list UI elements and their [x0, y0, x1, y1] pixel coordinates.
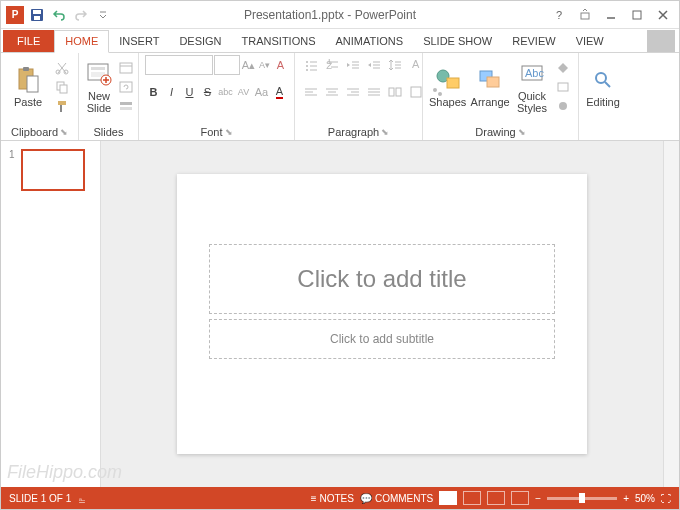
tab-insert[interactable]: INSERT [109, 31, 169, 52]
tab-view[interactable]: VIEW [566, 31, 614, 52]
columns-button[interactable] [385, 82, 405, 102]
close-button[interactable] [651, 5, 675, 25]
qat-dropdown[interactable] [93, 5, 113, 25]
normal-view-button[interactable] [439, 491, 457, 505]
shapes-button[interactable]: Shapes [429, 55, 466, 119]
fit-to-window-button[interactable]: ⛶ [661, 493, 671, 504]
svg-rect-7 [23, 67, 29, 71]
italic-button[interactable]: I [163, 82, 180, 102]
shapes-icon [434, 66, 462, 94]
increase-indent-button[interactable] [364, 55, 384, 75]
justify-button[interactable] [364, 82, 384, 102]
tab-home[interactable]: HOME [54, 30, 109, 53]
tab-animations[interactable]: ANIMATIONS [326, 31, 414, 52]
font-launcher[interactable]: ⬊ [225, 127, 233, 137]
tab-transitions[interactable]: TRANSITIONS [232, 31, 326, 52]
app-icon[interactable]: P [5, 5, 25, 25]
thumbnail-number: 1 [9, 149, 15, 160]
ribbon-options[interactable] [573, 5, 597, 25]
tab-review[interactable]: REVIEW [502, 31, 565, 52]
undo-button[interactable] [49, 5, 69, 25]
font-group-label: Font [200, 126, 222, 138]
svg-rect-65 [522, 66, 542, 80]
comments-button[interactable]: 💬COMMENTS [360, 493, 433, 504]
svg-rect-57 [396, 88, 401, 96]
font-size-select[interactable] [214, 55, 240, 75]
line-spacing-button[interactable] [385, 55, 405, 75]
help-button[interactable]: ? [547, 5, 571, 25]
vertical-scrollbar[interactable] [663, 141, 679, 487]
slide-thumbnail-1[interactable] [21, 149, 85, 191]
align-left-button[interactable] [301, 82, 321, 102]
strikethrough-button[interactable]: S [199, 82, 216, 102]
tab-slideshow[interactable]: SLIDE SHOW [413, 31, 502, 52]
bold-button[interactable]: B [145, 82, 162, 102]
shape-outline-button[interactable] [554, 78, 572, 96]
zoom-out-button[interactable]: − [535, 493, 541, 504]
arrange-button[interactable]: Arrange [470, 55, 510, 119]
svg-text:A: A [412, 59, 420, 70]
subtitle-placeholder[interactable]: Click to add subtitle [209, 319, 555, 359]
minimize-button[interactable] [599, 5, 623, 25]
format-painter-button[interactable] [53, 97, 71, 115]
svg-point-28 [306, 69, 308, 71]
font-family-select[interactable] [145, 55, 213, 75]
title-placeholder[interactable]: Click to add title [209, 244, 555, 314]
tab-design[interactable]: DESIGN [169, 31, 231, 52]
zoom-in-button[interactable]: + [623, 493, 629, 504]
maximize-button[interactable] [625, 5, 649, 25]
slide[interactable]: Click to add title Click to add subtitle [177, 174, 587, 454]
editing-button[interactable]: Editing [585, 55, 621, 119]
quick-styles-icon: Abc [518, 60, 546, 88]
underline-button[interactable]: U [181, 82, 198, 102]
tab-file[interactable]: FILE [3, 30, 54, 52]
svg-rect-0 [31, 9, 43, 21]
shape-effects-button[interactable] [554, 97, 572, 115]
svg-point-10 [64, 70, 68, 74]
svg-text:Abc: Abc [525, 67, 544, 79]
decrease-font-button[interactable]: A▾ [257, 55, 272, 75]
quick-styles-button[interactable]: Abc Quick Styles [514, 55, 550, 119]
copy-button[interactable] [53, 78, 71, 96]
reset-slide-button[interactable] [117, 78, 135, 96]
zoom-level[interactable]: 50% [635, 493, 655, 504]
drawing-launcher[interactable]: ⬊ [518, 127, 526, 137]
zoom-slider[interactable] [547, 497, 617, 500]
paste-button[interactable]: Paste [7, 55, 49, 119]
char-spacing-button[interactable]: AV [235, 82, 252, 102]
decrease-indent-button[interactable] [343, 55, 363, 75]
cut-button[interactable] [53, 59, 71, 77]
shadow-button[interactable]: abc [217, 82, 234, 102]
font-color-button[interactable]: A [271, 82, 288, 102]
slideshow-view-button[interactable] [511, 491, 529, 505]
language-status[interactable]: ⎁ [79, 493, 85, 504]
svg-rect-5 [633, 11, 641, 19]
redo-button[interactable] [71, 5, 91, 25]
paste-icon [14, 66, 42, 94]
svg-line-70 [605, 82, 610, 87]
section-button[interactable] [117, 97, 135, 115]
slide-layout-button[interactable] [117, 59, 135, 77]
shape-fill-button[interactable] [554, 59, 572, 77]
align-right-button[interactable] [343, 82, 363, 102]
svg-point-69 [596, 73, 606, 83]
save-button[interactable] [27, 5, 47, 25]
clipboard-launcher[interactable]: ⬊ [60, 127, 68, 137]
reading-view-button[interactable] [487, 491, 505, 505]
paragraph-launcher[interactable]: ⬊ [381, 127, 389, 137]
align-center-button[interactable] [322, 82, 342, 102]
numbering-button[interactable]: 12 [322, 55, 342, 75]
notes-button[interactable]: ≡NOTES [311, 493, 354, 504]
svg-point-26 [306, 65, 308, 67]
clear-formatting-button[interactable]: A [273, 55, 288, 75]
new-slide-button[interactable]: New Slide [85, 55, 113, 119]
svg-point-24 [306, 61, 308, 63]
increase-font-button[interactable]: A▴ [241, 55, 256, 75]
change-case-button[interactable]: Aa [253, 82, 270, 102]
svg-rect-19 [120, 63, 132, 73]
account-icon[interactable] [647, 30, 675, 52]
sorter-view-button[interactable] [463, 491, 481, 505]
slide-count-status: SLIDE 1 OF 1 [9, 493, 71, 504]
svg-rect-56 [389, 88, 394, 96]
bullets-button[interactable] [301, 55, 321, 75]
